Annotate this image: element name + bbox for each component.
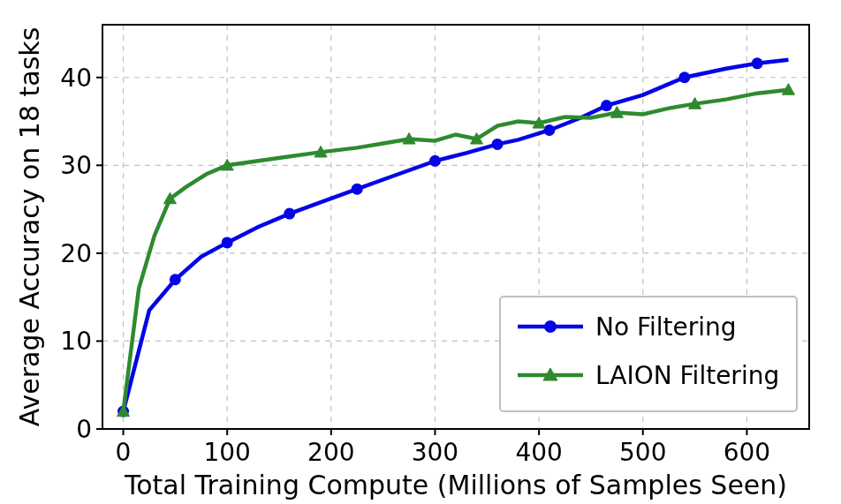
y-tick-labels: 0 10 20 30 40	[60, 64, 92, 444]
y-tick-label: 10	[60, 327, 92, 356]
y-ticks	[96, 78, 102, 429]
circle-marker-icon	[170, 274, 181, 285]
y-tick-label: 30	[60, 151, 92, 180]
x-tick-label: 200	[307, 438, 354, 467]
circle-marker-icon	[544, 320, 557, 333]
y-tick-label: 20	[60, 239, 92, 268]
line-chart: 0 100 200 300 400 500 600 0 10 20 30 40 …	[0, 0, 841, 504]
x-tick-label: 300	[412, 438, 458, 467]
y-tick-label: 40	[60, 64, 92, 93]
circle-marker-icon	[222, 237, 233, 248]
y-tick-label: 0	[76, 415, 92, 444]
circle-marker-icon	[543, 124, 555, 136]
legend-label: LAION Filtering	[595, 361, 779, 390]
circle-marker-icon	[352, 184, 363, 195]
x-tick-label: 600	[724, 438, 770, 467]
x-tick-label: 500	[619, 438, 666, 467]
circle-marker-icon	[429, 155, 441, 167]
x-tick-labels: 0 100 200 300 400 500 600	[116, 438, 771, 467]
y-axis-label: Average Accuracy on 18 tasks	[14, 27, 45, 427]
circle-marker-icon	[601, 100, 612, 111]
x-tick-label: 400	[515, 438, 562, 467]
circle-marker-icon	[678, 71, 690, 83]
circle-marker-icon	[752, 57, 763, 69]
circle-marker-icon	[492, 139, 504, 150]
x-tick-label: 0	[116, 438, 132, 467]
chart-container: 0 100 200 300 400 500 600 0 10 20 30 40 …	[0, 0, 841, 504]
x-tick-label: 100	[203, 438, 250, 467]
legend-label: No Filtering	[595, 312, 737, 342]
legend: No Filtering LAION Filtering	[500, 297, 797, 411]
circle-marker-icon	[284, 208, 295, 220]
x-axis-label: Total Training Compute (Millions of Samp…	[124, 470, 787, 500]
x-ticks	[124, 429, 747, 435]
